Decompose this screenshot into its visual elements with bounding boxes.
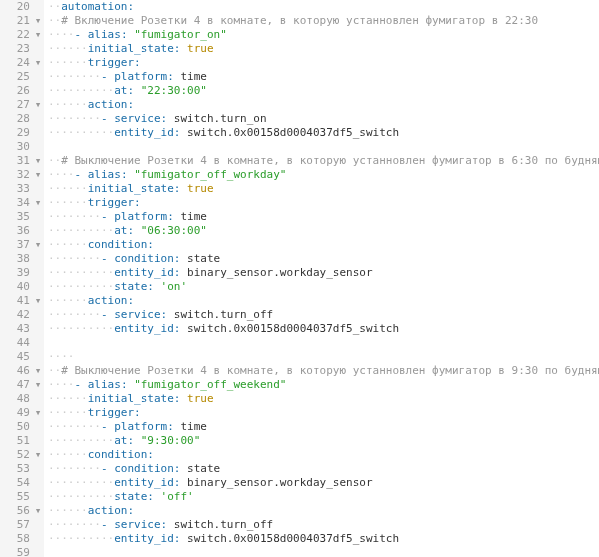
- code-content[interactable]: ······trigger:: [44, 56, 599, 70]
- code-line[interactable]: 35········- platform: time: [0, 210, 599, 224]
- code-content[interactable]: ····- alias: "fumigator_off_weekend": [44, 378, 599, 392]
- code-line[interactable]: 23······initial_state: true: [0, 42, 599, 56]
- fold-toggle-icon: [32, 182, 44, 196]
- code-line[interactable]: 46▾··# Выключение Розетки 4 в комнате, в…: [0, 364, 599, 378]
- code-content[interactable]: ······condition:: [44, 448, 599, 462]
- code-content[interactable]: ········- platform: time: [44, 70, 599, 84]
- code-content[interactable]: ··# Выключение Розетки 4 в комнате, в ко…: [44, 154, 599, 168]
- code-content[interactable]: [44, 336, 599, 350]
- code-line[interactable]: 59: [0, 546, 599, 557]
- code-line[interactable]: 28········- service: switch.turn_on: [0, 112, 599, 126]
- code-content[interactable]: ··# Включение Розетки 4 в комнате, в кот…: [44, 14, 599, 28]
- code-line[interactable]: 32▾····- alias: "fumigator_off_workday": [0, 168, 599, 182]
- fold-toggle-icon[interactable]: ▾: [32, 98, 44, 112]
- code-line[interactable]: 44: [0, 336, 599, 350]
- code-line[interactable]: 57········- service: switch.turn_off: [0, 518, 599, 532]
- code-line[interactable]: 54··········entity_id: binary_sensor.wor…: [0, 476, 599, 490]
- code-line[interactable]: 42········- service: switch.turn_off: [0, 308, 599, 322]
- code-line[interactable]: 47▾····- alias: "fumigator_off_weekend": [0, 378, 599, 392]
- code-content[interactable]: [44, 140, 599, 154]
- code-content[interactable]: ··········entity_id: switch.0x00158d0004…: [44, 126, 599, 140]
- fold-toggle-icon[interactable]: ▾: [32, 364, 44, 378]
- fold-toggle-icon[interactable]: ▾: [32, 238, 44, 252]
- code-content[interactable]: ··········entity_id: switch.0x00158d0004…: [44, 532, 599, 546]
- code-content[interactable]: [44, 546, 599, 557]
- code-line[interactable]: 26··········at: "22:30:00": [0, 84, 599, 98]
- code-line[interactable]: 20··automation:: [0, 0, 599, 14]
- code-line[interactable]: 29··········entity_id: switch.0x00158d00…: [0, 126, 599, 140]
- code-content[interactable]: ······condition:: [44, 238, 599, 252]
- code-content[interactable]: ····- alias: "fumigator_on": [44, 28, 599, 42]
- code-content[interactable]: ··········entity_id: switch.0x00158d0004…: [44, 322, 599, 336]
- token-dash: -: [101, 70, 114, 83]
- code-content[interactable]: ······action:: [44, 98, 599, 112]
- fold-toggle-icon[interactable]: ▾: [32, 406, 44, 420]
- code-content[interactable]: ··········state: 'off': [44, 490, 599, 504]
- code-line[interactable]: 36··········at: "06:30:00": [0, 224, 599, 238]
- code-line[interactable]: 34▾······trigger:: [0, 196, 599, 210]
- fold-toggle-icon[interactable]: ▾: [32, 56, 44, 70]
- code-line[interactable]: 52▾······condition:: [0, 448, 599, 462]
- code-content[interactable]: ········- service: switch.turn_on: [44, 112, 599, 126]
- code-content[interactable]: ··········entity_id: binary_sensor.workd…: [44, 476, 599, 490]
- fold-toggle-icon[interactable]: ▾: [32, 378, 44, 392]
- token-dash: -: [75, 378, 88, 391]
- code-line[interactable]: 55··········state: 'off': [0, 490, 599, 504]
- fold-toggle-icon[interactable]: ▾: [32, 14, 44, 28]
- fold-toggle-icon[interactable]: ▾: [32, 294, 44, 308]
- token-key: :: [167, 70, 180, 83]
- code-content[interactable]: ······initial_state: true: [44, 42, 599, 56]
- code-content[interactable]: ····: [44, 350, 599, 364]
- code-line[interactable]: 40··········state: 'on': [0, 280, 599, 294]
- code-line[interactable]: 27▾······action:: [0, 98, 599, 112]
- code-line[interactable]: 48······initial_state: true: [0, 392, 599, 406]
- code-line[interactable]: 38········- condition: state: [0, 252, 599, 266]
- code-content[interactable]: ······action:: [44, 504, 599, 518]
- code-line[interactable]: 50········- platform: time: [0, 420, 599, 434]
- fold-toggle-icon[interactable]: ▾: [32, 28, 44, 42]
- code-content[interactable]: ··# Выключение Розетки 4 в комнате, в ко…: [44, 364, 599, 378]
- code-content[interactable]: ······initial_state: true: [44, 182, 599, 196]
- code-content[interactable]: ····- alias: "fumigator_off_workday": [44, 168, 599, 182]
- token-string: "22:30:00": [141, 84, 207, 97]
- code-content[interactable]: ········- platform: time: [44, 210, 599, 224]
- code-content[interactable]: ······action:: [44, 294, 599, 308]
- code-content[interactable]: ··automation:: [44, 0, 599, 14]
- code-line[interactable]: 58··········entity_id: switch.0x00158d00…: [0, 532, 599, 546]
- code-line[interactable]: 22▾····- alias: "fumigator_on": [0, 28, 599, 42]
- code-line[interactable]: 21▾··# Включение Розетки 4 в комнате, в …: [0, 14, 599, 28]
- code-content[interactable]: ··········entity_id: binary_sensor.workd…: [44, 266, 599, 280]
- code-line[interactable]: 30: [0, 140, 599, 154]
- code-line[interactable]: 43··········entity_id: switch.0x00158d00…: [0, 322, 599, 336]
- code-line[interactable]: 37▾······condition:: [0, 238, 599, 252]
- code-line[interactable]: 51··········at: "9:30:00": [0, 434, 599, 448]
- code-line[interactable]: 56▾······action:: [0, 504, 599, 518]
- code-content[interactable]: ········- condition: state: [44, 252, 599, 266]
- code-line[interactable]: 39··········entity_id: binary_sensor.wor…: [0, 266, 599, 280]
- code-line[interactable]: 33······initial_state: true: [0, 182, 599, 196]
- fold-toggle-icon[interactable]: ▾: [32, 448, 44, 462]
- code-content[interactable]: ··········at: "22:30:00": [44, 84, 599, 98]
- code-line[interactable]: 45····: [0, 350, 599, 364]
- fold-toggle-icon[interactable]: ▾: [32, 168, 44, 182]
- fold-toggle-icon[interactable]: ▾: [32, 154, 44, 168]
- code-content[interactable]: ······trigger:: [44, 196, 599, 210]
- code-content[interactable]: ··········at: "06:30:00": [44, 224, 599, 238]
- code-content[interactable]: ··········at: "9:30:00": [44, 434, 599, 448]
- code-content[interactable]: ········- service: switch.turn_off: [44, 518, 599, 532]
- code-content[interactable]: ········- platform: time: [44, 420, 599, 434]
- code-line[interactable]: 49▾······trigger:: [0, 406, 599, 420]
- code-line[interactable]: 31▾··# Выключение Розетки 4 в комнате, в…: [0, 154, 599, 168]
- code-content[interactable]: ········- service: switch.turn_off: [44, 308, 599, 322]
- code-editor[interactable]: 20··automation:21▾··# Включение Розетки …: [0, 0, 599, 557]
- fold-toggle-icon[interactable]: ▾: [32, 196, 44, 210]
- code-content[interactable]: ······initial_state: true: [44, 392, 599, 406]
- code-content[interactable]: ········- condition: state: [44, 462, 599, 476]
- code-line[interactable]: 41▾······action:: [0, 294, 599, 308]
- fold-toggle-icon[interactable]: ▾: [32, 504, 44, 518]
- code-content[interactable]: ··········state: 'on': [44, 280, 599, 294]
- code-line[interactable]: 53········- condition: state: [0, 462, 599, 476]
- code-content[interactable]: ······trigger:: [44, 406, 599, 420]
- code-line[interactable]: 24▾······trigger:: [0, 56, 599, 70]
- code-line[interactable]: 25········- platform: time: [0, 70, 599, 84]
